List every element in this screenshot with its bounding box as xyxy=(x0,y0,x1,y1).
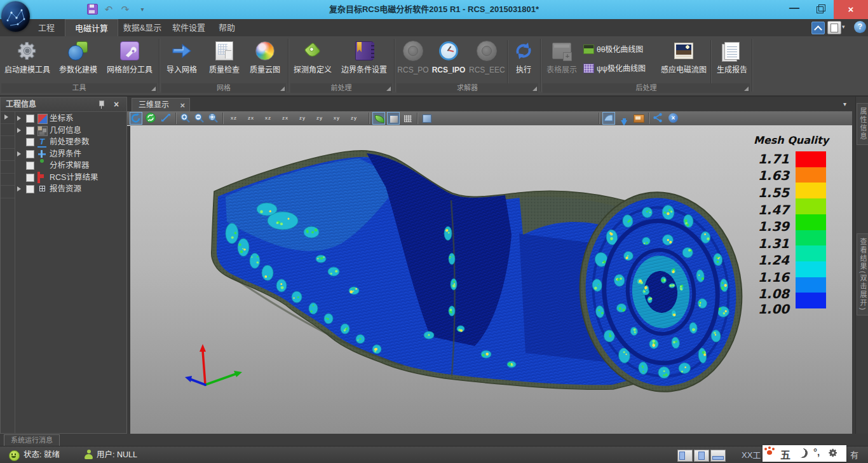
redo-icon[interactable]: ↷ xyxy=(119,4,131,15)
rotate-icon[interactable] xyxy=(130,112,142,125)
view-preset-button[interactable]: xy xyxy=(329,113,345,124)
download-view-icon[interactable] xyxy=(618,112,630,125)
import-mesh-button[interactable]: 导入网格 xyxy=(164,38,200,83)
zoom-in-icon[interactable] xyxy=(179,112,192,125)
layout-bottom-icon[interactable] xyxy=(710,450,726,462)
tab-3d-display[interactable]: 三维显示 × xyxy=(132,98,190,111)
psi-polarization-curve-button[interactable]: ψψ极化曲线图 xyxy=(583,62,661,75)
expander-icon[interactable] xyxy=(17,116,21,121)
view-preset-button[interactable]: xz xyxy=(226,113,242,124)
export-image-icon[interactable] xyxy=(632,112,645,125)
table-display-button[interactable]: 表格展示 xyxy=(544,38,580,83)
checkbox[interactable] xyxy=(26,114,34,123)
menu-tab-em-computation[interactable]: 电磁计算 xyxy=(65,19,118,36)
mesh-partition-button[interactable]: 网格剖分工具 xyxy=(104,38,156,83)
zoom-window-icon[interactable] xyxy=(207,112,220,125)
tree-item-preprocess-params[interactable]: T 前处理参数 xyxy=(15,136,125,148)
tree-item-solver[interactable]: 分析求解器 xyxy=(15,160,125,172)
view-preset-button[interactable]: zy xyxy=(346,113,362,124)
group-footer-postprocess[interactable]: 后处理 xyxy=(543,83,750,93)
tree-item-geometry-info[interactable]: 几何信息 xyxy=(15,125,125,137)
rcs-po-button[interactable]: RCS_PO xyxy=(397,38,430,83)
tree-item-rcs-results[interactable]: RCS计算结果 xyxy=(15,172,125,184)
root-expander-icon[interactable] xyxy=(4,114,8,120)
execute-button[interactable]: 执行 xyxy=(510,38,538,83)
generate-report-button[interactable]: 生成报告 xyxy=(714,38,750,83)
quality-cloudmap-button[interactable]: 质量云图 xyxy=(247,38,283,83)
ime-punctuation-toggle[interactable]: °, xyxy=(813,446,820,457)
ime-settings-gear-icon[interactable] xyxy=(828,448,838,458)
grid-points-icon[interactable] xyxy=(402,112,414,125)
ime-mode-toggle[interactable]: 五 xyxy=(780,446,793,462)
zoom-out-icon[interactable] xyxy=(193,112,206,125)
layout-left-icon[interactable] xyxy=(677,450,693,462)
minimize-button[interactable]: — xyxy=(783,0,806,19)
boundary-settings-button[interactable]: 边界条件设置 xyxy=(336,38,392,83)
checkbox[interactable] xyxy=(26,162,34,170)
start-modeling-button[interactable]: 启动建模工具 xyxy=(4,38,51,83)
shaded-view-icon[interactable] xyxy=(602,112,615,125)
help-icon[interactable]: ? xyxy=(854,21,866,33)
close-button[interactable]: × xyxy=(834,0,868,19)
tab-close-icon[interactable]: × xyxy=(180,99,185,112)
quality-check-button[interactable]: 质量检查 xyxy=(206,38,243,83)
leaf-render-icon[interactable] xyxy=(372,112,385,125)
dialog-launcher-icon[interactable] xyxy=(744,86,749,91)
menu-tab-settings[interactable]: 软件设置 xyxy=(168,19,210,36)
style-dropdown-icon[interactable]: ▾ xyxy=(842,24,845,30)
view-preset-button[interactable]: xz xyxy=(260,113,276,124)
checkbox[interactable] xyxy=(26,185,34,193)
menu-tab-data-display[interactable]: 数据&显示 xyxy=(119,19,165,36)
group-footer-preprocess[interactable]: 前处理 xyxy=(290,83,392,93)
probe-angle-button[interactable]: 探测角定义 xyxy=(292,38,334,83)
view-preset-button[interactable]: zx xyxy=(243,113,259,124)
collapse-ribbon-icon[interactable] xyxy=(811,22,825,34)
group-footer-mesh[interactable]: 网格 xyxy=(161,83,286,93)
dialog-launcher-icon[interactable] xyxy=(532,86,537,91)
group-footer-tools[interactable]: 工具 xyxy=(1,83,157,93)
dock-tab-view-results[interactable]: 查看结果(双击展开) xyxy=(857,233,868,315)
tree-item-coordinate-system[interactable]: 坐标系 xyxy=(15,113,125,125)
dock-tab-properties[interactable]: 属性信息 xyxy=(857,103,868,145)
dialog-launcher-icon[interactable] xyxy=(151,86,156,91)
view-preset-button[interactable]: zx xyxy=(277,113,294,124)
rcs-ipo-button[interactable]: RCS_IPO xyxy=(431,38,466,83)
checkbox[interactable] xyxy=(26,174,34,182)
fit-view-icon[interactable] xyxy=(160,112,173,125)
ime-logo-paw-icon[interactable] xyxy=(767,450,772,455)
tree-item-report-resource[interactable]: 报告资源 xyxy=(15,183,125,195)
quick-access-dropdown-icon[interactable]: ▾ xyxy=(137,4,148,15)
save-icon[interactable] xyxy=(87,4,98,15)
ime-halfwidth-moon-icon[interactable] xyxy=(798,448,808,458)
induced-current-map-button[interactable]: 感应电磁流图 xyxy=(657,38,710,83)
view-preset-button[interactable]: zy xyxy=(294,113,311,124)
parametric-modeling-button[interactable]: 参数化建模 xyxy=(53,38,103,83)
tab-list-dropdown-icon[interactable]: ▾ xyxy=(843,100,846,107)
expander-icon[interactable] xyxy=(17,151,21,156)
undo-icon[interactable]: ↶ xyxy=(103,4,114,15)
dialog-launcher-icon[interactable] xyxy=(386,86,391,91)
viewport-3d[interactable]: Mesh Quality 1.71 1.63 1.55 1.47 1.39 1.… xyxy=(130,125,852,434)
tree-item-boundary-conditions[interactable]: 边界条件 xyxy=(15,148,125,160)
screen-scale-icon[interactable] xyxy=(421,112,433,125)
checkbox[interactable] xyxy=(26,150,34,158)
surface-render-icon[interactable] xyxy=(387,112,400,125)
menu-tab-project[interactable]: 工程 xyxy=(31,19,62,36)
panel-close-icon[interactable]: × xyxy=(111,99,121,110)
close-view-icon[interactable]: × xyxy=(667,112,680,125)
expander-icon[interactable] xyxy=(17,186,21,191)
dialog-launcher-icon[interactable] xyxy=(280,86,285,91)
restore-button[interactable] xyxy=(808,0,831,19)
orbit-icon[interactable] xyxy=(145,112,158,125)
view-preset-button[interactable]: zy xyxy=(311,113,328,124)
layout-center-icon[interactable] xyxy=(694,450,709,462)
rcs-eec-button[interactable]: RCS_EEC xyxy=(469,38,505,83)
pin-icon[interactable] xyxy=(97,100,105,109)
system-message-tab[interactable]: 系统运行消息 xyxy=(4,434,60,446)
share-flow-icon[interactable] xyxy=(652,112,665,125)
menu-tab-help[interactable]: 帮助 xyxy=(212,19,241,36)
checkbox[interactable] xyxy=(26,127,34,135)
checkbox[interactable] xyxy=(26,138,34,146)
group-footer-solver[interactable]: 求解器 xyxy=(397,83,538,93)
theta-polarization-curve-button[interactable]: θθ极化曲线图 xyxy=(583,43,661,56)
